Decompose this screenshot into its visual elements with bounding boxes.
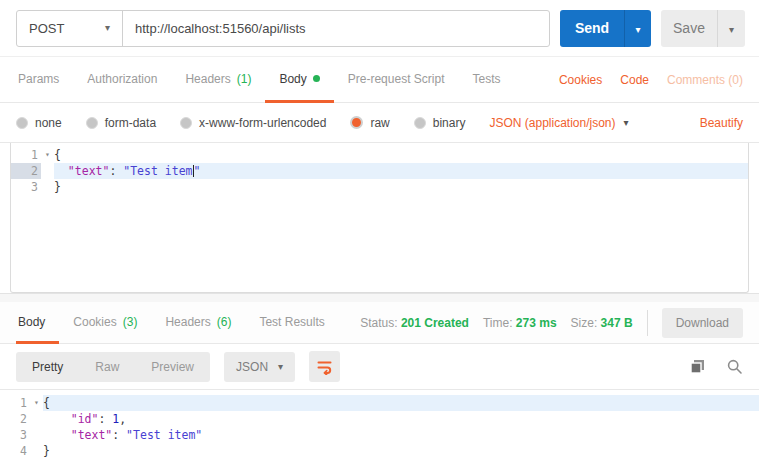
request-tab-links: Cookies Code Comments (0) — [559, 57, 743, 102]
chevron-down-icon: ▾ — [729, 24, 734, 35]
code-link[interactable]: Code — [620, 73, 649, 87]
radio-x-www-form-urlencoded[interactable]: x-www-form-urlencoded — [180, 116, 326, 130]
body-has-content-dot — [313, 75, 320, 82]
time-value: 273 ms — [516, 316, 557, 330]
code-text: { — [54, 147, 748, 163]
cookies-link[interactable]: Cookies — [559, 73, 602, 87]
tab-label: Authorization — [87, 72, 157, 86]
tab-authorization[interactable]: Authorization — [73, 57, 171, 103]
copy-icon[interactable] — [689, 358, 706, 375]
radio-label: raw — [370, 116, 389, 130]
save-options-button[interactable]: ▾ — [717, 10, 745, 47]
chevron-down-icon: ▾ — [278, 362, 283, 372]
tab-label: Cookies — [73, 315, 116, 329]
code-line[interactable]: 3} — [11, 179, 748, 195]
request-body-editor[interactable]: 1▾{2 "text": "Test item"3} — [10, 143, 749, 293]
beautify-link[interactable]: Beautify — [700, 116, 743, 130]
fold-arrow-icon[interactable]: ▾ — [30, 395, 43, 411]
content-type-dropdown[interactable]: JSON (application/json) ▾ — [489, 116, 628, 130]
tab-label: Headers — [185, 72, 230, 86]
radio-label: binary — [433, 116, 466, 130]
radio-form-data[interactable]: form-data — [86, 116, 156, 130]
fold-gutter — [30, 443, 43, 459]
radio-binary[interactable]: binary — [414, 116, 466, 130]
view-raw[interactable]: Raw — [79, 352, 135, 382]
postman-window: POST ▾ Send ▾ Save ▾ Params Authorizatio… — [0, 0, 759, 474]
tab-label: Params — [18, 72, 59, 86]
request-bar: POST ▾ Send ▾ Save ▾ — [0, 0, 759, 57]
search-icon[interactable] — [726, 358, 743, 375]
radio-none[interactable]: none — [16, 116, 62, 130]
tab-response-body[interactable]: Body — [16, 302, 59, 344]
code-line[interactable]: 1▾{ — [0, 395, 759, 411]
fold-arrow-icon[interactable]: ▾ — [41, 147, 54, 163]
comments-link[interactable]: Comments (0) — [667, 73, 743, 87]
radio-label: form-data — [105, 116, 156, 130]
status-value: 201 Created — [401, 316, 469, 330]
divider — [647, 310, 648, 336]
tab-test-results[interactable]: Test Results — [245, 302, 338, 344]
response-toolbar: Pretty Raw Preview JSON ▾ — [0, 344, 759, 390]
code-text: } — [54, 179, 748, 195]
fold-gutter — [41, 163, 54, 179]
tab-count: (3) — [123, 315, 138, 329]
radio-icon — [180, 117, 192, 129]
tab-pre-request-script[interactable]: Pre-request Script — [334, 57, 459, 103]
line-number: 1 — [11, 147, 41, 163]
method-select[interactable]: POST ▾ — [17, 11, 123, 46]
code-line[interactable]: 3 "text": "Test item" — [0, 427, 759, 443]
fold-gutter — [30, 411, 43, 427]
time-label: Time: — [483, 316, 513, 330]
code-text: "text": "Test item" — [54, 163, 748, 179]
url-container: POST ▾ — [16, 10, 550, 47]
wrap-lines-icon — [316, 358, 333, 375]
line-number: 3 — [11, 179, 41, 195]
save-button-group: Save ▾ — [661, 10, 745, 47]
method-value: POST — [29, 21, 64, 36]
status-label: Status: — [360, 316, 397, 330]
tab-headers[interactable]: Headers(1) — [171, 57, 265, 103]
tab-count: (1) — [237, 72, 252, 86]
tab-params[interactable]: Params — [16, 57, 73, 103]
tab-label: Tests — [472, 72, 500, 86]
radio-raw[interactable]: raw — [350, 116, 389, 130]
tab-tests[interactable]: Tests — [458, 57, 514, 103]
size-metric: Size: 347 B — [571, 316, 633, 330]
tab-count: (6) — [217, 315, 232, 329]
code-line[interactable]: 2 "text": "Test item" — [11, 163, 748, 179]
code-text: "id": 1, — [43, 411, 759, 427]
save-button[interactable]: Save — [661, 10, 717, 47]
url-input[interactable] — [123, 11, 549, 46]
radio-selected-icon — [350, 116, 363, 129]
code-text: { — [43, 395, 759, 411]
code-line[interactable]: 2 "id": 1, — [0, 411, 759, 427]
send-button[interactable]: Send — [560, 10, 624, 47]
format-value: JSON — [236, 360, 268, 374]
radio-label: x-www-form-urlencoded — [199, 116, 326, 130]
tab-label: Pre-request Script — [348, 72, 445, 86]
code-line[interactable]: 1▾{ — [11, 147, 748, 163]
send-options-button[interactable]: ▾ — [624, 10, 651, 47]
tab-label: Body — [279, 72, 306, 86]
line-number: 1 — [0, 395, 30, 411]
view-preview[interactable]: Preview — [135, 352, 210, 382]
view-pretty[interactable]: Pretty — [16, 352, 79, 382]
chevron-down-icon: ▾ — [635, 24, 640, 35]
response-header: Body Cookies(3) Headers(6) Test Results … — [0, 302, 759, 344]
wrap-lines-button[interactable] — [309, 351, 340, 382]
fold-gutter — [30, 427, 43, 443]
response-body-editor[interactable]: 1▾{2 "id": 1,3 "text": "Test item"4} — [0, 390, 759, 470]
chevron-down-icon: ▾ — [105, 23, 110, 33]
response-format-dropdown[interactable]: JSON ▾ — [224, 352, 295, 382]
section-divider[interactable] — [0, 293, 759, 302]
send-button-group: Send ▾ — [560, 10, 651, 47]
tab-response-headers[interactable]: Headers(6) — [151, 302, 245, 344]
code-line[interactable]: 4} — [0, 443, 759, 459]
tab-label: Test Results — [259, 315, 324, 329]
response-meta: Status: 201 Created Time: 273 ms Size: 3… — [360, 302, 743, 343]
tab-body[interactable]: Body — [265, 57, 333, 103]
response-tabs: Body Cookies(3) Headers(6) Test Results — [16, 302, 339, 343]
tab-response-cookies[interactable]: Cookies(3) — [59, 302, 151, 344]
download-button[interactable]: Download — [662, 308, 743, 338]
code-text: "text": "Test item" — [43, 427, 759, 443]
